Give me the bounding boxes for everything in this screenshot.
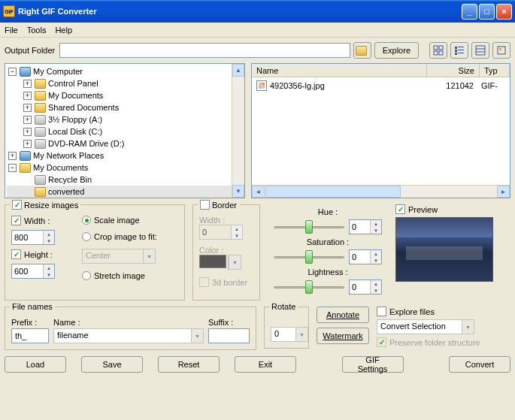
image-file-icon: [256, 80, 267, 91]
prefix-input[interactable]: [11, 328, 49, 343]
width-checkbox[interactable]: ✓: [11, 216, 21, 225]
height-checkbox[interactable]: ✓: [11, 249, 21, 259]
border-checkbox[interactable]: ✓: [200, 200, 210, 210]
height-spinbox[interactable]: ▲▼: [11, 264, 55, 279]
menu-help[interactable]: Help: [55, 26, 72, 35]
file-list[interactable]: Name Size Typ 4920356-lg.jpg 121042 GIF-…: [251, 63, 510, 198]
col-header-name[interactable]: Name: [252, 64, 427, 77]
rotate-combo[interactable]: 0▼: [271, 327, 308, 342]
recycle-icon: [35, 175, 46, 185]
annotate-button[interactable]: Annotate: [317, 307, 369, 323]
close-button[interactable]: ×: [496, 4, 512, 20]
tree-my-computer[interactable]: My Computer: [33, 67, 83, 76]
output-folder-label: Output Folder: [5, 46, 55, 55]
stretch-label: Stretch image: [94, 271, 145, 280]
lightness-slider[interactable]: [274, 279, 344, 295]
dvd-icon: [35, 139, 46, 149]
svg-rect-3: [439, 51, 443, 55]
width-spinbox[interactable]: ▲▼: [11, 230, 55, 245]
tree-my-documents-2[interactable]: My Documents: [33, 163, 88, 172]
border-width-label: Width :: [199, 216, 253, 225]
watermark-button[interactable]: Watermark: [317, 328, 369, 344]
tree-toggle[interactable]: +: [23, 80, 32, 88]
border-color-swatch: [199, 255, 226, 268]
tree-toggle[interactable]: −: [8, 68, 17, 76]
list-header: Name Size Typ: [252, 64, 510, 77]
saturation-slider[interactable]: [274, 249, 344, 264]
browse-folder-button[interactable]: [353, 42, 371, 59]
tree-floppy[interactable]: 3½ Floppy (A:): [48, 115, 102, 124]
preview-checkbox[interactable]: ✓: [395, 204, 405, 214]
tree-toggle[interactable]: +: [23, 116, 32, 124]
tree-scrollbar[interactable]: ▲▼: [232, 64, 244, 198]
convert-mode-combo[interactable]: Convert Selection▼: [377, 319, 474, 334]
svg-rect-9: [458, 53, 464, 53]
load-button[interactable]: Load: [5, 356, 66, 373]
col-header-size[interactable]: Size: [427, 64, 480, 77]
folder-tree[interactable]: −My Computer +Control Panel +My Document…: [5, 63, 245, 198]
tree-local-disk[interactable]: Local Disk (C:): [48, 127, 102, 136]
crop-position-combo: Center▼: [82, 249, 156, 264]
list-hscrollbar[interactable]: ◄►: [252, 185, 510, 198]
svg-rect-8: [455, 53, 457, 55]
saturation-spinbox[interactable]: ▲▼: [349, 249, 382, 264]
tree-toggle[interactable]: +: [23, 140, 32, 148]
tree-control-panel[interactable]: Control Panel: [48, 79, 98, 88]
height-input[interactable]: [12, 264, 43, 278]
file-name: 4920356-lg.jpg: [270, 81, 325, 90]
border-color-combo: ▼: [228, 255, 241, 270]
tree-dvd[interactable]: DVD-RAM Drive (D:): [48, 139, 124, 148]
suffix-input[interactable]: [208, 328, 250, 343]
gif-settings-button[interactable]: GIF Settings: [342, 356, 404, 373]
hue-slider[interactable]: [274, 219, 344, 234]
view-details-button[interactable]: [471, 42, 489, 59]
view-icons-button[interactable]: [429, 42, 447, 59]
list-item[interactable]: 4920356-lg.jpg 121042 GIF-: [253, 79, 508, 92]
tree-toggle[interactable]: +: [8, 152, 17, 160]
reset-button[interactable]: Reset: [158, 356, 220, 373]
drive-icon: [35, 127, 46, 137]
output-folder-input[interactable]: [59, 43, 350, 58]
svg-rect-5: [458, 47, 464, 47]
crop-radio[interactable]: [82, 232, 91, 241]
exit-button[interactable]: Exit: [235, 356, 296, 373]
save-button[interactable]: Save: [81, 356, 143, 373]
stretch-radio[interactable]: [82, 271, 91, 280]
border-color-label: Color :: [199, 246, 253, 255]
tree-recycle[interactable]: Recycle Bin: [48, 175, 92, 184]
view-thumbnails-button[interactable]: [492, 42, 510, 59]
col-header-type[interactable]: Typ: [480, 64, 510, 77]
lightness-spinbox[interactable]: ▲▼: [349, 279, 382, 295]
suffix-label: Suffix :: [208, 318, 250, 327]
tree-toggle[interactable]: −: [8, 164, 17, 172]
svg-rect-4: [455, 47, 457, 49]
tree-toggle[interactable]: +: [23, 128, 32, 136]
explore-files-checkbox[interactable]: [377, 307, 386, 316]
view-list-button[interactable]: [450, 42, 468, 59]
menu-tools[interactable]: Tools: [27, 26, 47, 35]
minimize-button[interactable]: _: [462, 4, 477, 20]
tree-converted[interactable]: converted: [48, 187, 84, 196]
name-combo[interactable]: filename▼: [53, 328, 204, 343]
tree-network[interactable]: My Network Places: [33, 151, 104, 160]
tree-toggle[interactable]: +: [23, 104, 32, 112]
hue-spinbox[interactable]: ▲▼: [349, 219, 382, 234]
maximize-button[interactable]: □: [479, 4, 495, 20]
network-icon: [20, 151, 31, 161]
tree-shared-docs[interactable]: Shared Documents: [48, 103, 119, 112]
convert-button[interactable]: Convert: [449, 356, 510, 373]
preview-title: Preview: [408, 205, 438, 214]
resize-group: ✓Resize images ✓Width : ▲▼ ✓Height : ▲▼ …: [5, 204, 185, 301]
resize-checkbox[interactable]: ✓: [12, 200, 22, 210]
menu-file[interactable]: File: [5, 26, 18, 35]
menubar: File Tools Help: [0, 23, 515, 38]
explore-button[interactable]: Explore: [374, 42, 419, 59]
tree-my-documents[interactable]: My Documents: [48, 91, 103, 100]
preserve-checkbox: ✓: [377, 337, 386, 347]
scale-radio[interactable]: [82, 216, 91, 225]
output-toolbar: Output Folder Explore: [5, 42, 510, 59]
app-icon: GIF: [3, 5, 15, 17]
prefix-label: Prefix :: [11, 318, 49, 327]
tree-toggle[interactable]: +: [23, 92, 32, 100]
width-input[interactable]: [12, 231, 43, 244]
